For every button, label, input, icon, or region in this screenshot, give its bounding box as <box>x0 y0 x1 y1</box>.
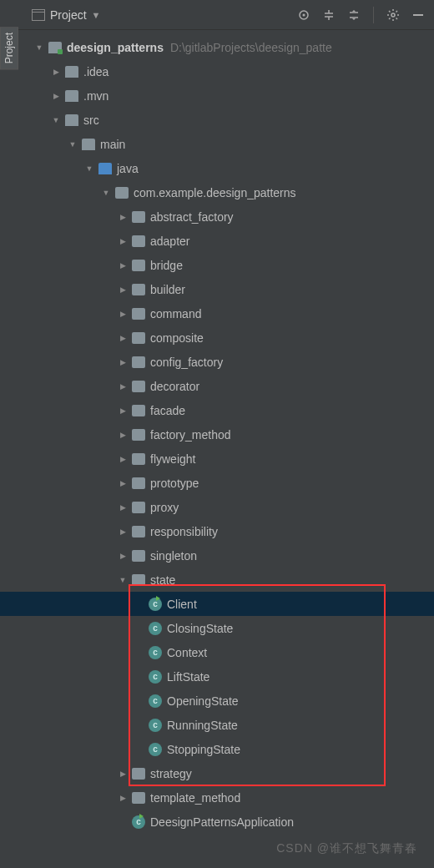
tree-package-base[interactable]: com.example.deesign_patterns <box>18 180 434 204</box>
tree-folder-main[interactable]: main <box>18 132 434 156</box>
package-icon <box>132 453 145 465</box>
chevron-down-icon[interactable] <box>83 164 95 173</box>
source-folder-icon <box>98 163 112 174</box>
chevron-right-icon[interactable] <box>117 334 129 342</box>
chevron-right-icon[interactable] <box>50 68 62 76</box>
tree-package[interactable]: proxy <box>18 495 434 519</box>
chevron-right-icon[interactable] <box>117 455 129 463</box>
chevron-right-icon[interactable] <box>117 431 129 439</box>
class-icon: c <box>149 694 162 708</box>
tree-label: singleton <box>150 549 197 563</box>
tree-label: command <box>150 307 201 320</box>
chevron-right-icon[interactable] <box>117 261 129 270</box>
tree-label: bridge <box>150 259 183 272</box>
project-view-icon <box>32 9 45 21</box>
chevron-right-icon[interactable] <box>117 552 129 560</box>
collapse-all-icon[interactable] <box>346 8 361 23</box>
expand-all-icon[interactable] <box>321 8 336 23</box>
chevron-right-icon[interactable] <box>50 92 62 100</box>
project-toolbar: Project ▼ <box>0 0 434 30</box>
chevron-down-icon[interactable] <box>50 116 62 124</box>
tree-package[interactable]: facade <box>18 398 434 422</box>
package-icon <box>132 792 145 804</box>
folder-icon <box>65 90 78 102</box>
package-icon <box>132 550 145 562</box>
dropdown-icon[interactable]: ▼ <box>92 10 101 20</box>
tree-package[interactable]: strategy <box>18 761 434 785</box>
project-root[interactable]: deesign_patterns D:\gitlabProjects\deesi… <box>18 35 434 59</box>
tree-label: template_method <box>150 791 240 805</box>
tree-label: config_factory <box>150 356 223 369</box>
tree-package[interactable]: prototype <box>18 471 434 495</box>
tree-package[interactable]: factory_method <box>18 422 434 447</box>
package-icon <box>132 260 145 271</box>
tree-package[interactable]: config_factory <box>18 350 434 374</box>
tree-label: LiftState <box>167 670 209 684</box>
chevron-down-icon[interactable] <box>117 576 129 584</box>
tree-label: .idea <box>83 65 108 78</box>
chevron-right-icon[interactable] <box>117 527 129 536</box>
tree-package[interactable]: adapter <box>18 229 434 253</box>
tree-package[interactable]: singleton <box>18 543 434 568</box>
chevron-right-icon[interactable] <box>117 406 129 415</box>
chevron-right-icon[interactable] <box>117 503 129 512</box>
tree-package-state[interactable]: state <box>18 568 434 592</box>
tree-package[interactable]: bridge <box>18 253 434 277</box>
chevron-down-icon[interactable] <box>33 43 45 52</box>
tree-package[interactable]: abstract_factory <box>18 204 434 229</box>
tree-folder-src[interactable]: src <box>18 108 434 132</box>
tree-label: abstract_factory <box>150 210 234 224</box>
chevron-right-icon[interactable] <box>117 285 129 294</box>
side-tab-label: Project <box>3 33 15 63</box>
folder-icon <box>82 139 95 150</box>
tree-class[interactable]: c StoppingState <box>18 737 434 761</box>
tree-package[interactable]: builder <box>18 277 434 301</box>
tree-package[interactable]: flyweight <box>18 447 434 471</box>
tree-label: decorator <box>150 380 199 393</box>
chevron-right-icon[interactable] <box>117 310 129 318</box>
tree-folder-idea[interactable]: .idea <box>18 59 434 83</box>
tree-class[interactable]: c Client <box>18 592 434 616</box>
hide-icon[interactable] <box>411 8 426 23</box>
chevron-right-icon[interactable] <box>117 237 129 245</box>
class-icon: c <box>149 743 162 756</box>
tree-package[interactable]: command <box>18 301 434 326</box>
svg-point-2 <box>391 13 395 17</box>
package-icon <box>132 308 145 320</box>
gear-icon[interactable] <box>386 8 401 23</box>
chevron-down-icon[interactable] <box>100 189 112 197</box>
folder-icon <box>65 66 78 78</box>
tree-class-app[interactable]: c DeesignPatternsApplication <box>18 810 434 834</box>
tree-package[interactable]: composite <box>18 326 434 350</box>
chevron-right-icon[interactable] <box>117 770 129 778</box>
tree-package[interactable]: template_method <box>18 785 434 810</box>
package-icon <box>132 405 145 416</box>
tree-class[interactable]: c ClosingState <box>18 616 434 640</box>
tree-folder-mvn[interactable]: .mvn <box>18 83 434 108</box>
tree-class[interactable]: c Context <box>18 640 434 664</box>
toolbar-title[interactable]: Project <box>50 8 87 22</box>
tree-package[interactable]: responsibility <box>18 519 434 543</box>
chevron-right-icon[interactable] <box>117 479 129 487</box>
tree-label: adapter <box>150 235 189 248</box>
chevron-right-icon[interactable] <box>117 794 129 802</box>
tree-class[interactable]: c RunningState <box>18 713 434 737</box>
class-icon: c <box>149 622 162 635</box>
svg-point-1 <box>303 13 305 16</box>
chevron-right-icon[interactable] <box>117 213 129 221</box>
chevron-right-icon[interactable] <box>117 358 129 366</box>
package-icon <box>132 211 145 223</box>
tree-label: Client <box>167 598 197 611</box>
tree-class[interactable]: c LiftState <box>18 664 434 689</box>
tree-package[interactable]: decorator <box>18 374 434 398</box>
tree-label: com.example.deesign_patterns <box>134 186 296 199</box>
tree-label: ClosingState <box>167 622 233 635</box>
package-icon <box>132 332 145 344</box>
tree-class[interactable]: c OpeningState <box>18 689 434 713</box>
select-opened-file-icon[interactable] <box>296 8 311 23</box>
tree-folder-java[interactable]: java <box>18 156 434 180</box>
chevron-right-icon[interactable] <box>117 382 129 391</box>
chevron-down-icon[interactable] <box>67 140 78 149</box>
side-tab-project[interactable]: Project <box>0 27 18 69</box>
tree-label: responsibility <box>150 525 218 538</box>
